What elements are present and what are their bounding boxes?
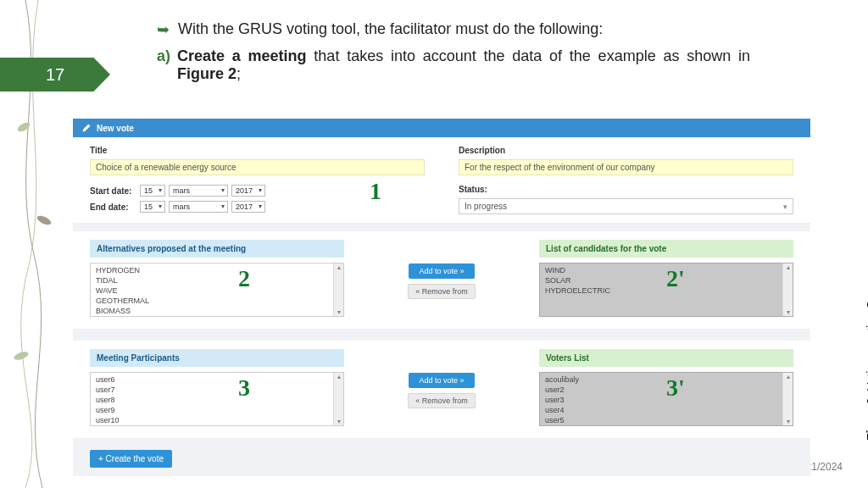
candidates-items: WIND SOLAR HYDROELECTRIC (545, 265, 781, 296)
overlay-number-2: 2 (238, 265, 250, 292)
svg-point-0 (16, 121, 31, 134)
step-a-text: Create a meeting that takes into account… (177, 47, 750, 83)
desc-label: Description (459, 146, 793, 155)
slide-number: 17 (46, 65, 64, 85)
figure-caption-rest: Voting creation Screen (865, 271, 868, 394)
create-vote-button[interactable]: + Create the vote (90, 450, 172, 468)
step-a-end: ; (236, 65, 241, 82)
status-select[interactable]: In progress (459, 198, 793, 214)
remove-from-button[interactable]: « Remove from (408, 284, 476, 299)
step-a-bold: Create a meeting (177, 47, 307, 64)
end-year-select[interactable]: 2017 (231, 201, 265, 213)
add-to-vote-button-2[interactable]: Add to vote » (409, 373, 474, 388)
start-day-select[interactable]: 15 (140, 185, 165, 197)
alternatives-header: Alternatives proposed at the meeting (90, 240, 344, 258)
step-a-mid: that takes into account the data of the … (307, 47, 750, 64)
slide-body-text: ➥ With the GRUS voting tool, the facilit… (157, 20, 750, 83)
overlay-number-3: 3 (238, 374, 250, 402)
intro-text: With the GRUS voting tool, the facilitat… (178, 20, 603, 39)
voters-items: acoulibaly user2 user3 user4 user5 (545, 374, 781, 425)
alternatives-listbox[interactable]: HYDROGEN TIDAL WAVE GEOTHERMAL BIOMASS ▴… (90, 263, 344, 317)
participants-items: user6 user7 user8 user9 user10 (96, 374, 331, 425)
overlay-number-1: 1 (370, 178, 381, 205)
end-month-select[interactable]: mars (169, 201, 228, 213)
pencil-icon (81, 123, 92, 133)
alternatives-block: Alternatives proposed at the meeting HYD… (73, 231, 810, 329)
alternatives-items: HYDROGEN TIDAL WAVE GEOTHERMAL BIOMASS (96, 265, 331, 316)
panel-title: New vote (97, 124, 134, 133)
step-a-fig: Figure 2 (177, 65, 236, 82)
participants-listbox[interactable]: user6 user7 user8 user9 user10 ▴▾ (90, 372, 344, 426)
vote-meta-block: Title Choice of a renewable energy sourc… (73, 137, 810, 223)
participants-block: Meeting Participants user6 user7 user8 u… (73, 341, 810, 438)
figure-caption-bold: Figure2: (865, 394, 868, 441)
slide-number-badge: 17 (0, 58, 110, 92)
start-year-select[interactable]: 2017 (231, 185, 265, 197)
scrollbar[interactable]: ▴▾ (333, 263, 343, 316)
overlay-number-3p: 3' (666, 374, 685, 402)
svg-point-1 (36, 214, 53, 227)
voters-header: Voters List (539, 349, 793, 367)
end-day-select[interactable]: 15 (140, 201, 165, 213)
add-to-vote-button[interactable]: Add to vote » (409, 263, 474, 279)
scrollbar[interactable]: ▴▾ (333, 373, 343, 425)
title-input[interactable]: Choice of a renewable energy source (90, 159, 425, 175)
step-a-label: a) (157, 47, 170, 83)
start-date-label: Start date: (90, 186, 136, 196)
figure-caption: Figure2: Voting creation Screen (865, 271, 868, 441)
remove-from-button-2[interactable]: « Remove from (408, 393, 476, 408)
grus-panel: New vote Title Choice of a renewable ene… (73, 119, 810, 476)
participants-header: Meeting Participants (90, 349, 344, 367)
scrollbar[interactable]: ▴▾ (782, 263, 793, 316)
status-label: Status: (459, 185, 793, 194)
overlay-number-2p: 2' (666, 265, 685, 292)
start-month-select[interactable]: mars (169, 185, 228, 197)
svg-point-2 (13, 350, 30, 362)
title-label: Title (90, 146, 425, 155)
candidates-header: List of candidates for the vote (539, 240, 793, 258)
end-date-label: End date: (90, 202, 136, 212)
desc-input[interactable]: For the respect of the environment of ou… (459, 159, 793, 175)
scrollbar[interactable]: ▴▾ (782, 373, 793, 425)
panel-header: New vote (73, 119, 810, 137)
bullet-arrow-icon: ➥ (157, 20, 170, 39)
